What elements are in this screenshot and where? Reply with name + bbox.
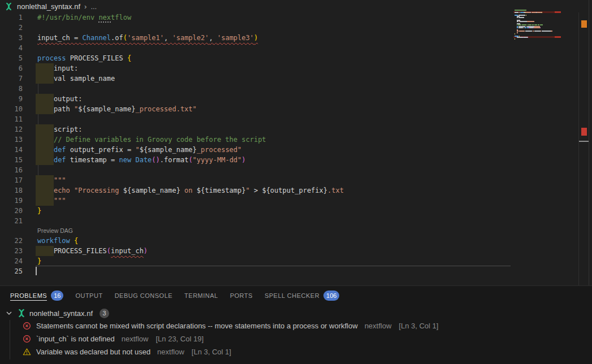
vscode-window: nonlethal_syntax.nf › ... 1#!/usr/bin/en… <box>0 0 592 364</box>
line-content: val sample_name <box>37 73 115 84</box>
line-number: 9 <box>0 94 23 104</box>
code-line-25[interactable]: 25 <box>0 266 513 276</box>
line-content: def output_prefix = "${sample_name}_proc… <box>37 145 241 155</box>
tab-label: OUTPUT <box>75 287 102 305</box>
editor-lines[interactable]: 1#!/usr/bin/env nextflow23input_ch = Cha… <box>0 12 513 276</box>
problem-message: Variable was declared but not used <box>36 348 150 356</box>
line-number: 18 <box>0 185 23 196</box>
tab-problems[interactable]: PROBLEMS16 <box>10 286 63 305</box>
line-content: output: <box>37 94 82 104</box>
problem-message: `input_ch` is not defined <box>36 335 115 343</box>
line-number: 21 <box>0 216 23 226</box>
tree-indent-guide <box>10 320 10 359</box>
minimap[interactable] <box>513 10 561 46</box>
problem-row[interactable]: Statements cannot be mixed with script d… <box>0 319 592 332</box>
code-line-12[interactable]: 12 script: <box>0 124 513 135</box>
line-number: 4 <box>0 43 23 53</box>
code-line-24[interactable]: 24} <box>0 256 513 266</box>
problems-file-name: nonlethal_syntax.nf <box>29 309 93 318</box>
breadcrumb-file[interactable]: nonlethal_syntax.nf <box>17 2 80 11</box>
codelens-preview-dag[interactable]: Preview DAG <box>0 226 513 236</box>
code-line-4[interactable]: 4 <box>0 43 513 53</box>
tab-ports[interactable]: PORTS <box>230 286 253 305</box>
code-line-19[interactable]: 19 """ <box>0 196 513 206</box>
code-line-21[interactable]: 21 <box>0 216 513 226</box>
problem-location: [Ln 23, Col 19] <box>155 335 204 343</box>
code-line-18[interactable]: 18 echo "Processing ${sample_name} on ${… <box>0 185 513 196</box>
line-number: 10 <box>0 104 23 114</box>
tab-terminal[interactable]: TERMINAL <box>184 286 218 305</box>
code-line-7[interactable]: 7 val sample_name <box>0 73 513 84</box>
tab-badge: 16 <box>51 291 63 301</box>
code-line-13[interactable]: 13 // Define variables in Groovy code be… <box>0 135 513 145</box>
line-number: 15 <box>0 155 23 165</box>
code-line-22[interactable]: 22workflow { <box>0 236 513 246</box>
problems-list: Statements cannot be mixed with script d… <box>0 319 592 358</box>
code-line-23[interactable]: 23 PROCESS_FILES(input_ch) <box>0 246 513 256</box>
problems-file-header[interactable]: nonlethal_syntax.nf 3 <box>0 307 592 319</box>
line-number: 23 <box>0 246 23 256</box>
problem-row[interactable]: Variable was declared but not usednextfl… <box>0 345 592 358</box>
code-line-5[interactable]: 5process PROCESS_FILES { <box>0 53 513 63</box>
line-content: // Define variables in Groovy code befor… <box>37 135 266 145</box>
line-number: 12 <box>0 124 23 135</box>
tab-debug-console[interactable]: DEBUG CONSOLE <box>115 286 172 305</box>
line-content: def timestamp = new Date().format("yyyy-… <box>37 155 246 165</box>
line-number: 8 <box>0 84 23 94</box>
code-line-10[interactable]: 10 path "${sample_name}_processed.txt" <box>0 104 513 114</box>
overview-ruler-warning-marker[interactable] <box>581 20 587 28</box>
breadcrumb-separator-icon: › <box>84 2 87 11</box>
line-content: script: <box>37 124 82 135</box>
tab-spell-checker[interactable]: SPELL CHECKER106 <box>265 286 340 305</box>
code-line-17[interactable]: 17 """ <box>0 175 513 185</box>
problem-location: [Ln 3, Col 1] <box>192 348 231 356</box>
line-number: 22 <box>0 236 23 246</box>
tab-output[interactable]: OUTPUT <box>75 286 102 305</box>
code-line-11[interactable]: 11 <box>0 114 513 124</box>
line-number: 2 <box>0 23 23 33</box>
error-icon <box>23 322 31 330</box>
code-line-20[interactable]: 20} <box>0 206 513 216</box>
code-line-1[interactable]: 1#!/usr/bin/env nextflow <box>0 12 513 23</box>
breadcrumb-ellipsis[interactable]: ... <box>90 2 97 11</box>
problem-row[interactable]: `input_ch` is not definednextflow[Ln 23,… <box>0 332 592 345</box>
code-line-14[interactable]: 14 def output_prefix = "${sample_name}_p… <box>0 145 513 155</box>
problem-source: nextflow <box>122 335 149 343</box>
current-line-border <box>36 266 511 266</box>
warning-icon <box>23 348 31 356</box>
line-content: input_ch = Channel.of('sample1', 'sample… <box>37 33 258 43</box>
nextflow-file-icon <box>17 309 26 318</box>
overview-ruler-error-marker[interactable] <box>581 128 587 136</box>
error-icon <box>23 335 31 343</box>
panel-tabs: PROBLEMS16OUTPUTDEBUG CONSOLETERMINALPOR… <box>0 286 592 305</box>
line-content: process PROCESS_FILES { <box>37 53 131 63</box>
code-line-6[interactable]: 6 input: <box>0 63 513 73</box>
line-content: input: <box>37 63 78 73</box>
tab-label: SPELL CHECKER <box>265 287 319 305</box>
line-content: #!/usr/bin/env nextflow <box>37 12 131 23</box>
code-line-16[interactable]: 16 <box>0 165 513 175</box>
code-line-2[interactable]: 2 <box>0 23 513 33</box>
line-content: """ <box>37 196 66 206</box>
overview-ruler-cursor-marker <box>579 141 589 142</box>
collapse-chevron-icon[interactable] <box>5 309 14 318</box>
code-line-9[interactable]: 9 output: <box>0 94 513 104</box>
line-content: } <box>37 256 41 266</box>
code-line-3[interactable]: 3input_ch = Channel.of('sample1', 'sampl… <box>0 33 513 43</box>
line-number: 20 <box>0 206 23 216</box>
line-content: path "${sample_name}_processed.txt" <box>37 104 197 114</box>
tab-label: PORTS <box>230 287 253 305</box>
line-content: echo "Processing ${sample_name} on ${tim… <box>37 185 344 196</box>
code-line-8[interactable]: 8 <box>0 84 513 94</box>
breadcrumb: nonlethal_syntax.nf › ... <box>0 0 592 12</box>
line-number: 11 <box>0 114 23 124</box>
code-line-15[interactable]: 15 def timestamp = new Date().format("yy… <box>0 155 513 165</box>
tab-label: TERMINAL <box>184 287 218 305</box>
problem-source: nextflow <box>157 348 184 356</box>
line-content: PROCESS_FILES(input_ch) <box>37 246 148 256</box>
line-content: """ <box>37 175 66 185</box>
tab-label: PROBLEMS <box>10 287 47 305</box>
problem-location: [Ln 3, Col 1] <box>399 322 438 330</box>
line-content: } <box>37 206 41 216</box>
cursor <box>36 267 37 275</box>
